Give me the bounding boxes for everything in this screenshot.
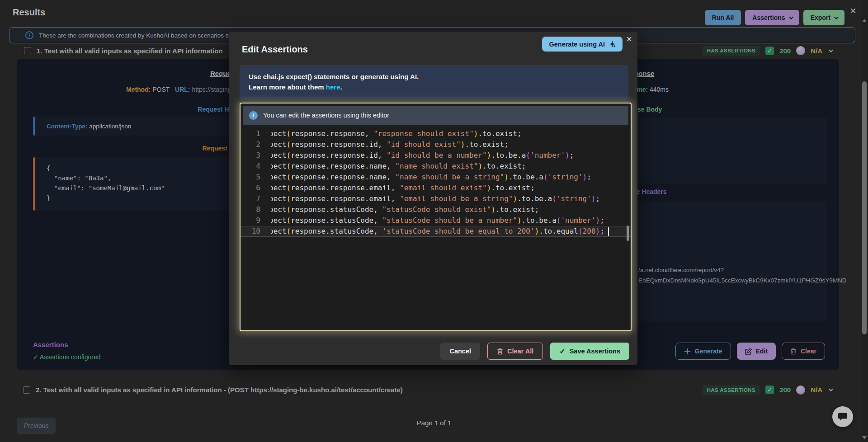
code-line[interactable]: 6pect(response.response.email, "email sh…: [241, 183, 631, 193]
line-number: 9: [241, 215, 267, 226]
line-number: 7: [241, 193, 267, 204]
code-line[interactable]: 3pect(response.response.id, "id should b…: [241, 150, 631, 161]
line-number: 2: [241, 139, 267, 150]
here-link[interactable]: here: [326, 83, 340, 91]
generate-using-ai-button[interactable]: Generate using AI: [542, 37, 623, 52]
edit-assertions-modal: Edit Assertions Generate using AI × Use …: [229, 32, 637, 365]
generate-ai-label: Generate using AI: [549, 41, 605, 48]
modal-title: Edit Assertions: [242, 44, 308, 55]
editor-code[interactable]: 1pect(response.response, "response shoul…: [241, 128, 631, 330]
code-line[interactable]: 5pect(response.response.name, "name shou…: [241, 172, 631, 183]
info-line-2: Learn more about them here.: [249, 82, 619, 92]
line-number: 3: [241, 150, 267, 161]
code-line[interactable]: 9pect(response.statusCode, "statusCode s…: [241, 215, 631, 226]
trash-icon: [497, 348, 503, 355]
clear-all-button[interactable]: Clear All: [487, 343, 543, 360]
modal-close-icon[interactable]: ×: [626, 34, 632, 44]
modal-info-panel: Use chai.js expect() statements or gener…: [240, 65, 628, 99]
code-line[interactable]: 1pect(response.response, "response shoul…: [241, 128, 631, 139]
line-number: 1: [241, 128, 267, 139]
code-line[interactable]: 8pect(response.statusCode, "statusCode s…: [241, 204, 631, 215]
code-line[interactable]: 2pect(response.response.id, "id should e…: [241, 139, 631, 150]
editor-scrollbar-thumb[interactable]: [627, 226, 629, 241]
modal-footer: Cancel Clear All ✓ Save Assertions: [440, 343, 629, 360]
save-assertions-label: Save Assertions: [570, 348, 620, 355]
clear-all-label: Clear All: [507, 348, 533, 355]
app-window: Results Run All Assertions Export × i Th…: [0, 0, 868, 442]
cancel-label: Cancel: [449, 348, 471, 355]
code-line[interactable]: 10pect(response.statusCode, 'statusCode …: [241, 226, 631, 237]
assertions-editor[interactable]: i You can edit the assertions using this…: [240, 103, 632, 331]
check-icon: ✓: [559, 347, 565, 356]
line-number: 5: [241, 172, 267, 183]
sparkle-icon: [609, 41, 616, 47]
text-cursor: [608, 227, 609, 236]
line-number: 8: [241, 204, 267, 215]
editor-note-bar: i You can edit the assertions using this…: [243, 106, 628, 125]
cancel-button[interactable]: Cancel: [440, 343, 480, 360]
code-line[interactable]: 7pect(response.response.email, "email sh…: [241, 193, 631, 204]
line-number: 6: [241, 183, 267, 193]
editor-note-text: You can edit the assertions using this e…: [263, 112, 389, 119]
code-line[interactable]: 4pect(response.response.name, "name shou…: [241, 161, 631, 172]
line-number: 4: [241, 161, 267, 172]
info-line-1: Use chai.js expect() statements or gener…: [249, 71, 619, 82]
line-number: 10: [241, 226, 267, 237]
info-icon: i: [249, 111, 258, 120]
save-assertions-button[interactable]: ✓ Save Assertions: [550, 343, 629, 360]
